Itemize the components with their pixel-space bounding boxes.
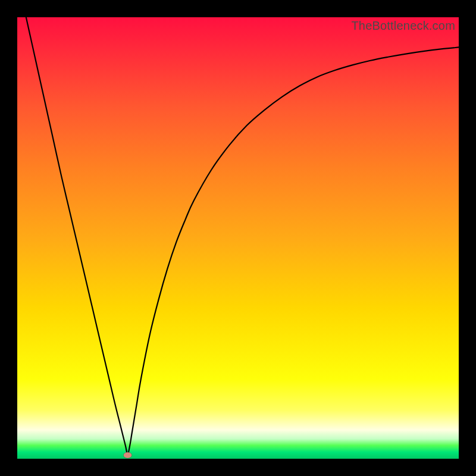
bottleneck-curve <box>26 17 459 455</box>
curve-layer <box>17 17 459 459</box>
minimum-marker <box>124 452 132 458</box>
plot-area: TheBottleneck.com <box>17 17 459 459</box>
chart-stage: TheBottleneck.com <box>0 0 476 476</box>
